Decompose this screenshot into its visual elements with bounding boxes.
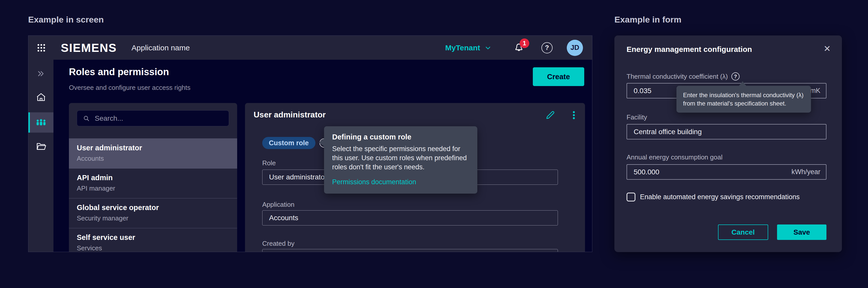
page-subtitle: Oversee and configure user access rights (69, 84, 190, 92)
custom-role-badge: Custom role (262, 137, 315, 149)
left-example-caption: Example in screen (28, 15, 104, 25)
chevron-down-icon (484, 44, 492, 51)
save-button[interactable]: Save (777, 224, 827, 240)
user-avatar[interactable]: JD (567, 40, 583, 56)
role-list-item[interactable]: Self service user Services (69, 228, 237, 252)
roles-list-panel: User administrator Accounts API admin AP… (69, 103, 237, 252)
role-item-subtitle: Security manager (77, 214, 237, 222)
close-icon: ✕ (824, 44, 831, 53)
facility-input[interactable] (626, 124, 827, 139)
tooltip-body: Select the specific permissions needed f… (332, 144, 469, 172)
pencil-icon (545, 110, 556, 121)
goal-unit-suffix: kWh/year (792, 164, 820, 180)
thermal-field-label-row: Thermal conductivity coefficient (λ) ? (626, 72, 740, 80)
right-example-caption: Example in form (614, 15, 682, 25)
folder-icon (35, 140, 47, 152)
edit-button[interactable] (545, 110, 556, 121)
dialog-title: Energy management configuration (626, 45, 752, 53)
created-by-field-input[interactable] (262, 249, 558, 252)
tenant-label: MyTenant (445, 43, 480, 52)
energy-config-dialog: Energy management configuration ✕ Therma… (614, 35, 842, 252)
notifications-button[interactable]: 1 (513, 42, 525, 53)
thermal-help-button[interactable]: ? (732, 72, 740, 80)
close-button[interactable]: ✕ (824, 43, 831, 53)
search-icon (83, 115, 90, 122)
application-field-input[interactable] (262, 210, 558, 225)
app-window: SIEMENS Application name MyTenant 1 ? JD (28, 35, 592, 252)
app-header-bar: SIEMENS Application name MyTenant 1 ? JD (28, 36, 592, 60)
double-chevron-right-icon (36, 69, 46, 79)
search-box (77, 110, 229, 126)
role-item-title: API admin (77, 174, 237, 182)
custom-role-tooltip: Defining a custom role Select the specif… (324, 126, 477, 193)
role-detail-title: User administrator (254, 110, 326, 119)
sidebar-item-roles[interactable] (28, 112, 54, 133)
recommendations-checkbox[interactable] (626, 192, 636, 202)
thermal-tooltip: Enter the insulation's thermal conductiv… (677, 86, 811, 113)
sidebar-expand-button[interactable] (28, 64, 54, 84)
thermal-field-label: Thermal conductivity coefficient (λ) (626, 73, 728, 80)
tooltip-title: Defining a custom role (332, 133, 469, 141)
users-icon (35, 116, 47, 129)
sidebar-item-home[interactable] (28, 87, 54, 107)
sidebar-item-files[interactable] (28, 136, 54, 156)
notification-badge: 1 (520, 38, 529, 48)
help-button[interactable]: ? (541, 42, 553, 53)
role-detail-panel: User administrator Custom role ? Role Ap… (245, 103, 585, 252)
recommendations-checkbox-label: Enable automated energy savings recommen… (640, 193, 800, 201)
role-list-item[interactable]: Global service operator Security manager (69, 198, 237, 228)
recommendations-checkbox-row[interactable]: Enable automated energy savings recommen… (626, 192, 800, 202)
permissions-documentation-link[interactable]: Permissions documentation (332, 178, 416, 186)
app-launcher-icon[interactable] (35, 42, 47, 53)
create-button[interactable]: Create (533, 67, 584, 86)
role-field-label: Role (262, 159, 276, 167)
tooltip-body: Enter the insulation's thermal conductiv… (683, 92, 803, 107)
tenant-selector[interactable]: MyTenant (445, 43, 492, 52)
question-mark-icon: ? (545, 44, 549, 51)
facility-field-label: Facility (626, 113, 647, 121)
created-by-field-label: Created by (262, 240, 294, 248)
kebab-menu-icon (568, 110, 580, 121)
role-list-item[interactable]: User administrator Accounts (69, 138, 237, 168)
role-item-title: Global service operator (77, 204, 237, 212)
home-icon (35, 92, 47, 103)
siemens-logo: SIEMENS (61, 41, 117, 55)
page-title: Roles and permission (69, 67, 169, 77)
goal-field-label: Annual energy consumption goal (626, 153, 722, 161)
question-mark-icon: ? (734, 74, 737, 79)
application-field-label: Application (262, 201, 294, 209)
application-name: Application name (131, 43, 190, 52)
sidebar (28, 60, 54, 252)
role-item-subtitle: Services (77, 244, 237, 252)
more-options-button[interactable] (568, 110, 580, 121)
cancel-button[interactable]: Cancel (718, 224, 768, 240)
role-item-subtitle: API manager (77, 184, 237, 192)
role-item-title: Self service user (77, 233, 237, 242)
search-input[interactable] (95, 114, 225, 122)
role-list-item[interactable]: API admin API manager (69, 168, 237, 198)
role-list: User administrator Accounts API admin AP… (69, 138, 237, 252)
role-item-subtitle: Accounts (77, 155, 237, 163)
role-item-title: User administrator (77, 144, 237, 152)
